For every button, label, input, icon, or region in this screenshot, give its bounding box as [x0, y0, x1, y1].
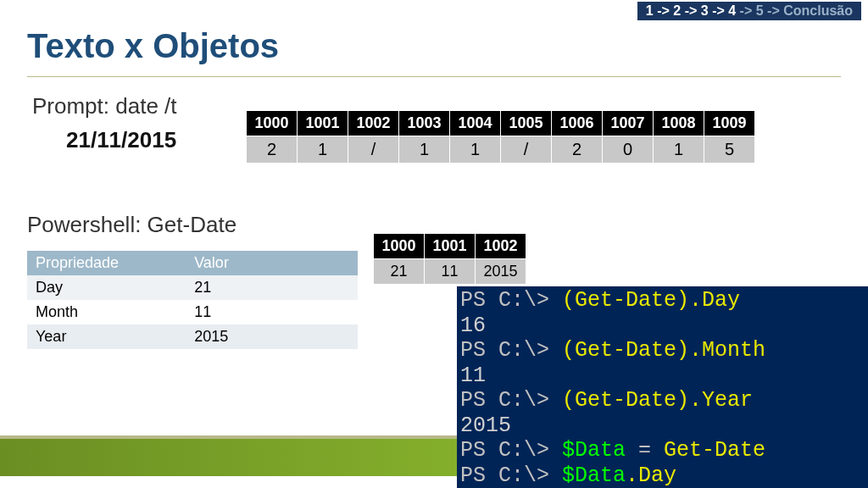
prop-key: Month — [27, 300, 186, 324]
mem1-header: 1003 — [399, 111, 450, 136]
mem1-header: 1002 — [348, 111, 399, 136]
prop-key: Day — [27, 275, 186, 300]
title-divider — [27, 76, 841, 77]
prop-header-value: Valor — [186, 251, 358, 275]
mem1-header: 1000 — [247, 111, 298, 136]
prop-val: 21 — [186, 275, 358, 300]
mem2-header: 1001 — [425, 234, 476, 259]
breadcrumb-step-2: -> 2 — [654, 3, 681, 18]
breadcrumb-step-4: -> 4 — [709, 3, 736, 18]
console-command: Get-Date — [664, 438, 765, 463]
mem1-header: 1001 — [298, 111, 348, 136]
mem2-cell: 21 — [374, 259, 425, 285]
mem1-cell: 2 — [247, 136, 298, 164]
console-prompt: PS C:\> — [460, 438, 562, 463]
prop-val: 2015 — [186, 324, 358, 349]
breadcrumb-step-5: -> 5 — [736, 3, 763, 18]
mem1-cell: / — [501, 136, 552, 164]
powershell-label: Powershell: Get-Date — [27, 212, 236, 238]
breadcrumb-step-1: 1 — [646, 3, 654, 18]
mem1-header: 1007 — [603, 111, 654, 136]
prompt-result: 21/11/2015 — [66, 127, 176, 153]
mem1-header: 1008 — [654, 111, 704, 136]
mem1-cell: 1 — [654, 136, 704, 164]
mem1-cell: 1 — [450, 136, 501, 164]
console-output: 16 — [460, 313, 486, 338]
console-variable: $Data — [562, 463, 626, 488]
console-prompt: PS C:\> — [460, 463, 562, 488]
prop-header-name: Propriedade — [27, 251, 186, 275]
powershell-console: PS C:\> (Get-Date).Day 16 PS C:\> (Get-D… — [457, 286, 868, 488]
page-title: Texto x Objetos — [27, 27, 279, 65]
console-command: (Get-Date).Month — [562, 338, 765, 363]
console-command: .Day — [626, 463, 676, 488]
breadcrumb-step-conclusion: -> Conclusão — [764, 3, 853, 18]
console-prompt: PS C:\> — [460, 288, 562, 313]
console-variable: $Data — [562, 438, 626, 463]
console-output: 11 — [460, 363, 486, 388]
memory-table-object: 1000 1001 1002 21 11 2015 — [373, 233, 526, 285]
mem1-cell: 2 — [552, 136, 603, 164]
property-table: Propriedade Valor Day 21 Month 11 Year 2… — [27, 251, 358, 349]
console-command: (Get-Date).Day — [562, 288, 740, 313]
mem1-cell: 0 — [603, 136, 654, 164]
mem1-header: 1004 — [450, 111, 501, 136]
mem1-cell: 5 — [704, 136, 755, 164]
mem1-header: 1005 — [501, 111, 552, 136]
breadcrumb-step-3: -> 3 — [681, 3, 708, 18]
console-prompt: PS C:\> — [460, 338, 562, 363]
mem2-header: 1002 — [476, 234, 526, 259]
prop-val: 11 — [186, 300, 358, 324]
mem2-header: 1000 — [374, 234, 425, 259]
memory-table-text: 1000 1001 1002 1003 1004 1005 1006 1007 … — [246, 110, 755, 164]
breadcrumb: 1 -> 2 -> 3 -> 4 -> 5 -> Conclusão — [637, 2, 861, 20]
mem2-cell: 2015 — [476, 259, 526, 285]
mem1-cell: 1 — [399, 136, 450, 164]
mem1-cell: 1 — [298, 136, 348, 164]
console-output: 2015 — [460, 413, 511, 438]
mem2-cell: 11 — [425, 259, 476, 285]
mem1-header: 1006 — [552, 111, 603, 136]
mem1-header: 1009 — [704, 111, 755, 136]
console-prompt: PS C:\> — [460, 388, 562, 413]
console-command: (Get-Date).Year — [562, 388, 753, 413]
mem1-cell: / — [348, 136, 399, 164]
console-text: = — [626, 438, 664, 463]
prompt-label: Prompt: date /t — [32, 93, 177, 119]
prop-key: Year — [27, 324, 186, 349]
